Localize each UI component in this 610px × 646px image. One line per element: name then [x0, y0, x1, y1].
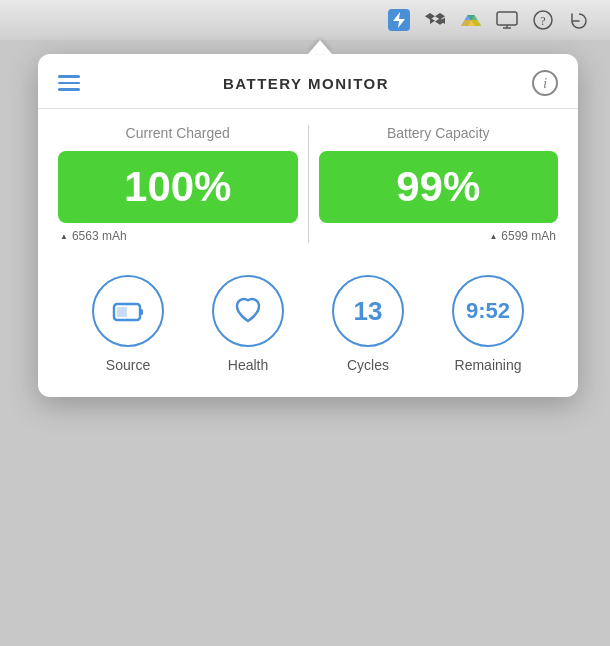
history-icon[interactable] — [568, 9, 590, 31]
remaining-label: Remaining — [455, 357, 522, 373]
battery-monitor-popup: BATTERY MONITOR i Current Charged 100% ▲… — [38, 54, 578, 397]
current-charged-label: Current Charged — [126, 125, 230, 141]
svg-rect-5 — [117, 307, 127, 317]
remaining-value: 9:52 — [466, 298, 510, 324]
svg-text:?: ? — [540, 14, 545, 28]
left-mah-marker: ▲ — [60, 232, 68, 241]
remaining-item: 9:52 Remaining — [452, 275, 524, 373]
remaining-circle[interactable]: 9:52 — [452, 275, 524, 347]
right-mah-marker: ▲ — [489, 232, 497, 241]
battery-capacity-bar: 99% — [319, 151, 559, 223]
cycles-label: Cycles — [347, 357, 389, 373]
source-item: Source — [92, 275, 164, 373]
health-label: Health — [228, 357, 268, 373]
popup-arrow — [308, 40, 332, 54]
svg-rect-0 — [497, 12, 517, 25]
current-charged-col: Current Charged 100% ▲ 6563 mAh — [58, 125, 309, 243]
popup-title: BATTERY MONITOR — [223, 75, 389, 92]
health-circle[interactable] — [212, 275, 284, 347]
battery-capacity-col: Battery Capacity 99% ▲ 6599 mAh — [309, 125, 559, 243]
hamburger-button[interactable] — [58, 75, 80, 91]
question-icon[interactable]: ? — [532, 9, 554, 31]
current-charged-mah: ▲ 6563 mAh — [58, 229, 127, 243]
icons-section: Source Health 13 Cycles 9:52 Remaining — [38, 251, 578, 373]
heart-icon — [230, 293, 266, 329]
source-label: Source — [106, 357, 150, 373]
battery-capacity-value: 99% — [396, 163, 480, 211]
cycles-circle[interactable]: 13 — [332, 275, 404, 347]
source-circle[interactable] — [92, 275, 164, 347]
display-icon[interactable] — [496, 9, 518, 31]
battery-capacity-mah: ▲ 6599 mAh — [487, 229, 558, 243]
health-item: Health — [212, 275, 284, 373]
cycles-value: 13 — [354, 296, 383, 327]
drive-icon[interactable] — [460, 9, 482, 31]
menubar: ? — [0, 0, 610, 40]
info-button[interactable]: i — [532, 70, 558, 96]
dropbox-icon[interactable] — [424, 9, 446, 31]
thunderbolt-icon[interactable] — [388, 9, 410, 31]
svg-rect-4 — [140, 309, 143, 315]
battery-icon — [110, 293, 146, 329]
current-charged-value: 100% — [124, 163, 231, 211]
current-charged-bar: 100% — [58, 151, 298, 223]
popup-header: BATTERY MONITOR i — [38, 54, 578, 109]
cycles-item: 13 Cycles — [332, 275, 404, 373]
battery-capacity-label: Battery Capacity — [387, 125, 490, 141]
stats-section: Current Charged 100% ▲ 6563 mAh Battery … — [38, 125, 578, 243]
